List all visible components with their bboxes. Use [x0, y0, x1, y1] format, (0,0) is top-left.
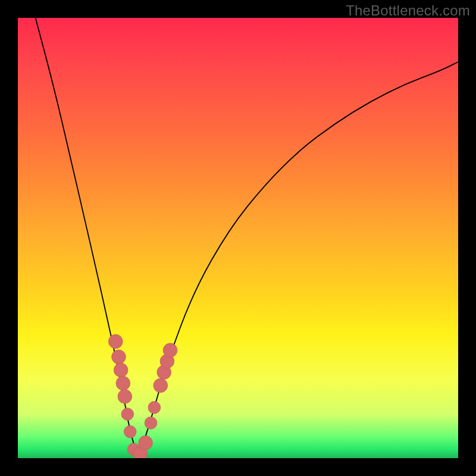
- curve-marker: [145, 416, 157, 429]
- curve-marker: [154, 378, 168, 393]
- bottleneck-curve: [36, 18, 458, 452]
- curve-marker: [118, 390, 132, 404]
- watermark-text: TheBottleneck.com: [346, 2, 470, 19]
- curve-marker: [116, 376, 130, 390]
- curve-marker: [148, 402, 161, 414]
- chart-plot-area: [18, 18, 458, 458]
- curve-marker: [124, 425, 136, 438]
- curve-marker: [121, 408, 134, 421]
- curve-marker: [112, 350, 126, 364]
- curve-marker: [139, 436, 153, 450]
- marker-group: [108, 334, 177, 458]
- curve-marker: [114, 363, 128, 377]
- curve-marker: [163, 343, 177, 358]
- curve-marker: [108, 334, 123, 349]
- chart-svg: [18, 18, 458, 458]
- chart-frame: TheBottleneck.com: [0, 0, 476, 476]
